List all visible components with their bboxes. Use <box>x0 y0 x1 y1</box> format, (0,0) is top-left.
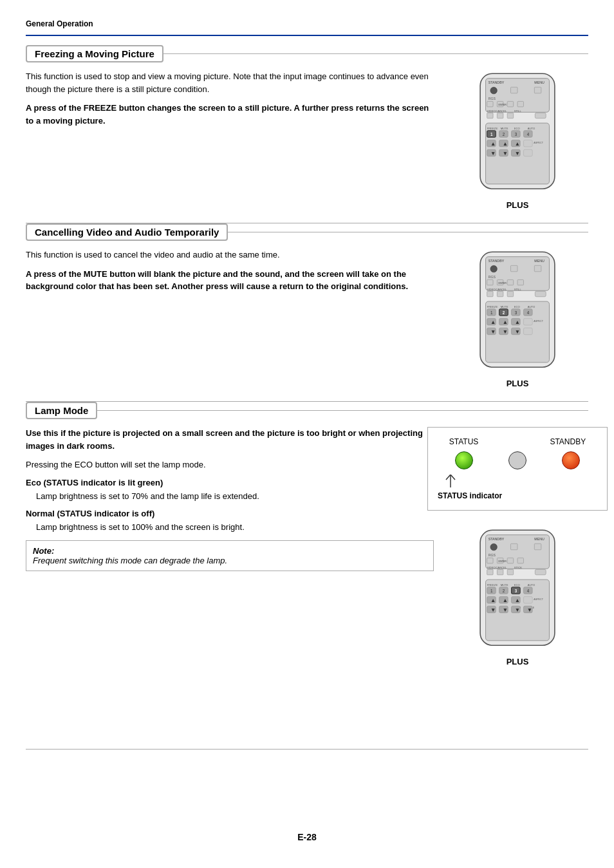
svg-text:▲: ▲ <box>503 319 508 325</box>
svg-point-107 <box>490 543 498 551</box>
svg-rect-56 <box>534 265 541 271</box>
svg-text:STANDBY: STANDBY <box>488 259 505 263</box>
svg-text:▲: ▲ <box>503 597 508 603</box>
svg-text:RGS: RGS <box>488 275 496 279</box>
svg-text:▲: ▲ <box>490 319 496 325</box>
svg-rect-11 <box>517 101 523 106</box>
svg-text:MENU: MENU <box>534 80 544 84</box>
lamp-note-title: Note: <box>33 546 427 556</box>
svg-text:▼: ▼ <box>515 328 520 335</box>
svg-line-102 <box>451 475 455 480</box>
svg-rect-5 <box>510 87 517 93</box>
status-indicator-pointer <box>441 475 460 491</box>
svg-text:3: 3 <box>515 310 517 315</box>
svg-text:ASPECT: ASPECT <box>534 320 543 323</box>
svg-text:ECO: ECO <box>514 583 521 587</box>
svg-text:MUTE: MUTE <box>501 305 508 308</box>
svg-text:STICK: STICK <box>514 566 523 569</box>
svg-text:▼: ▼ <box>515 150 520 156</box>
svg-text:ECO: ECO <box>514 305 521 308</box>
svg-text:ASPECT: ASPECT <box>534 142 543 144</box>
page: General Operation Freezing a Moving Pict… <box>0 0 614 868</box>
svg-rect-114 <box>517 558 523 563</box>
cancel-section-line <box>228 232 588 232</box>
svg-rect-143 <box>523 596 532 603</box>
svg-rect-18 <box>507 113 513 118</box>
svg-text:2: 2 <box>503 132 505 137</box>
svg-text:4: 4 <box>527 589 530 593</box>
svg-text:3: 3 <box>515 132 517 137</box>
status-indicator-text: STATUS indicator <box>438 491 502 500</box>
svg-point-54 <box>490 265 498 272</box>
svg-text:FREEZE: FREEZE <box>487 305 498 308</box>
lamp-section: Lamp Mode Use this if the picture is pro… <box>26 402 588 679</box>
svg-text:1: 1 <box>490 310 493 315</box>
svg-rect-119 <box>487 569 493 574</box>
freeze-section: Freezing a Moving Picture This function … <box>26 45 588 223</box>
svg-text:▼: ▼ <box>490 607 496 613</box>
top-section-label: General Operation <box>26 19 588 45</box>
svg-text:MENU: MENU <box>534 537 544 541</box>
bottom-divider <box>26 749 588 750</box>
svg-text:▼: ▼ <box>490 328 496 335</box>
svg-text:ENTER: ENTER <box>499 282 507 285</box>
svg-text:STANDBY: STANDBY <box>488 80 505 84</box>
cancel-text-col: This function is used to cancel the vide… <box>26 249 447 299</box>
freeze-content-row: This function is used to stop and view a… <box>26 70 588 223</box>
svg-text:VIDEO: VIDEO <box>487 288 496 291</box>
svg-text:▲: ▲ <box>515 597 520 603</box>
lamp-section-header: Lamp Mode <box>26 402 588 419</box>
lamp-body2: Pressing the ECO button will set the lam… <box>26 458 434 471</box>
svg-text:3: 3 <box>515 589 517 593</box>
cancel-section-header: Cancelling Video and Audio Temporarily <box>26 223 588 241</box>
general-operation-label: General Operation <box>26 19 588 28</box>
status-indicator-green <box>455 451 473 469</box>
svg-text:RGS: RGS <box>488 553 496 557</box>
cancel-body1: This function is used to cancel the vide… <box>26 249 434 261</box>
lamp-sub2-title: Normal (STATUS indicator is off) <box>26 509 434 518</box>
svg-rect-122 <box>535 569 546 574</box>
svg-text:CANCEL: CANCEL <box>496 288 507 291</box>
svg-rect-40 <box>523 140 532 147</box>
freeze-remote-svg: STANDBY MENU RGS ENTE <box>466 70 569 199</box>
svg-text:ECO: ECO <box>514 127 521 130</box>
svg-rect-60 <box>507 279 513 285</box>
lamp-sub2-text: Lamp brightness is set to 100% and the s… <box>36 521 434 534</box>
svg-line-101 <box>446 475 451 480</box>
svg-text:CANCEL: CANCEL <box>496 566 507 569</box>
svg-rect-17 <box>497 113 503 118</box>
svg-text:AUTO: AUTO <box>528 127 535 130</box>
freeze-section-header: Freezing a Moving Picture <box>26 45 588 62</box>
indicator-arrow-row <box>438 475 597 491</box>
svg-rect-19 <box>535 113 546 118</box>
svg-rect-113 <box>507 558 513 563</box>
svg-rect-10 <box>507 101 513 106</box>
svg-text:VIDEO: VIDEO <box>487 109 496 113</box>
svg-text:STANDBY: STANDBY <box>488 537 505 541</box>
freeze-text-col: This function is used to stop and view a… <box>26 70 447 133</box>
status-indicator-label-row: STATUS indicator <box>438 491 597 500</box>
svg-rect-109 <box>534 543 541 549</box>
svg-text:MUTE: MUTE <box>501 127 508 130</box>
svg-text:VIDEO: VIDEO <box>487 566 496 569</box>
cancel-remote-plus-label: PLUS <box>507 379 529 388</box>
svg-text:AUTO: AUTO <box>528 305 535 308</box>
freeze-image-col: STANDBY MENU RGS ENTE <box>447 70 588 210</box>
status-text-label: STATUS <box>449 437 479 446</box>
status-labels-row: STATUS STANDBY <box>438 437 597 446</box>
svg-rect-49 <box>523 149 532 156</box>
svg-rect-121 <box>507 569 513 574</box>
svg-text:STILL: STILL <box>514 109 522 113</box>
svg-text:▲: ▲ <box>515 319 520 325</box>
svg-text:AUTO: AUTO <box>528 583 535 587</box>
lamp-sub1-title: Eco (STATUS indicator is lit green) <box>26 478 434 487</box>
svg-point-4 <box>490 87 498 94</box>
freeze-remote-plus-label: PLUS <box>507 200 529 210</box>
svg-text:▲: ▲ <box>515 140 520 147</box>
svg-text:▼: ▼ <box>515 607 520 613</box>
freeze-section-line <box>163 53 588 54</box>
standby-text-label: STANDBY <box>550 437 586 446</box>
cancel-remote-wrap: STANDBY MENU RGS ENTER VIDEO CANCEL S <box>463 249 572 388</box>
svg-text:4: 4 <box>527 132 530 137</box>
svg-text:ENTER: ENTER <box>499 104 507 106</box>
